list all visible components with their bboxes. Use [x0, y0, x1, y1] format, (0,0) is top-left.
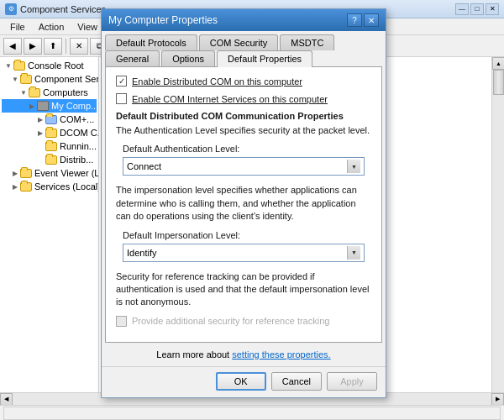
section-title: Default Distributed COM Communication Pr… — [116, 111, 371, 121]
enable-dcom-row: Enable Distributed COM on this computer — [116, 76, 371, 87]
security-ref-checkbox — [116, 316, 127, 327]
tab-default-protocols[interactable]: Default Protocols — [105, 34, 197, 50]
enable-com-internet-row: Enable COM Internet Services on this com… — [116, 93, 371, 104]
dialog-buttons: OK Cancel Apply — [102, 366, 386, 397]
tab-general[interactable]: General — [105, 50, 160, 66]
learn-more-section: Learn more about setting these propertie… — [102, 346, 386, 366]
auth-level-label: Default Authentication Level: — [123, 144, 371, 154]
tab-com-security[interactable]: COM Security — [199, 34, 278, 50]
dialog-content: Enable Distributed COM on this computer … — [105, 66, 382, 343]
tab-default-properties[interactable]: Default Properties — [217, 50, 312, 67]
auth-level-arrow[interactable]: ▼ — [347, 160, 360, 173]
dialog-controls: ? ✕ — [347, 13, 379, 27]
impersonation-value: Identify — [127, 248, 156, 258]
ok-button[interactable]: OK — [216, 372, 266, 391]
section-desc: The Authentication Level specifies secur… — [116, 124, 371, 137]
impersonation-select[interactable]: Identify ▼ — [123, 244, 365, 262]
dialog-close-button[interactable]: ✕ — [364, 13, 379, 27]
tab-options[interactable]: Options — [161, 50, 215, 66]
learn-more-text: Learn more about — [156, 349, 229, 360]
dialog-my-computer-properties: My Computer Properties ? ✕ Default Proto… — [101, 8, 386, 398]
tabs-row-2: General Options Default Properties — [105, 50, 382, 66]
apply-button[interactable]: Apply — [327, 372, 377, 391]
dialog-overlay: My Computer Properties ? ✕ Default Proto… — [0, 0, 504, 420]
dialog-titlebar: My Computer Properties ? ✕ — [102, 9, 386, 31]
impersonation-label: Default Impersonation Level: — [123, 230, 371, 240]
learn-more-link[interactable]: setting these properties. — [232, 349, 330, 360]
enable-dcom-label[interactable]: Enable Distributed COM on this computer — [132, 76, 302, 87]
tabs-row-1: Default Protocols COM Security MSDTC — [105, 34, 382, 50]
security-checkbox-row: Provide additional security for referenc… — [116, 316, 371, 327]
impersonation-arrow[interactable]: ▼ — [347, 246, 360, 260]
help-button[interactable]: ? — [347, 13, 362, 27]
auth-level-value: Connect — [127, 161, 161, 171]
tab-msdtc[interactable]: MSDTC — [280, 34, 334, 50]
dialog-title: My Computer Properties — [108, 14, 218, 26]
auth-level-select-wrapper: Connect ▼ — [123, 157, 365, 176]
impersonation-desc: The impersonation level specifies whethe… — [116, 184, 371, 223]
security-note: Security for reference tracking can be p… — [116, 270, 371, 309]
enable-com-internet-label[interactable]: Enable COM Internet Services on this com… — [132, 94, 328, 104]
enable-com-internet-checkbox[interactable] — [116, 93, 127, 104]
impersonation-select-wrapper: Identify ▼ — [123, 244, 365, 262]
cancel-button[interactable]: Cancel — [271, 372, 322, 391]
tabs-bar: Default Protocols COM Security MSDTC Gen… — [102, 31, 386, 66]
enable-dcom-checkbox[interactable] — [116, 76, 127, 87]
security-ref-label: Provide additional security for referenc… — [132, 316, 329, 326]
auth-level-select[interactable]: Connect ▼ — [123, 157, 365, 176]
